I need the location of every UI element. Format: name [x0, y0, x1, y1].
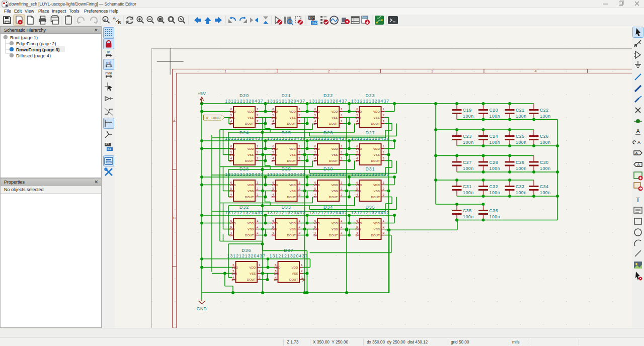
svg-text:DIN: DIN — [356, 153, 361, 156]
svg-text:1: 1 — [341, 145, 343, 148]
svg-text:C34: C34 — [540, 184, 549, 189]
svg-text:D20: D20 — [239, 93, 249, 98]
svg-text:VDD: VDD — [373, 222, 380, 225]
svg-text:DOUT: DOUT — [287, 196, 296, 199]
svg-text:2: 2 — [301, 270, 303, 273]
svg-text:VDD: VDD — [229, 110, 236, 113]
svg-text:BI: BI — [313, 234, 316, 237]
svg-text:VSS: VSS — [332, 228, 338, 231]
svg-text:C24: C24 — [490, 134, 499, 139]
svg-text:1: 1 — [257, 108, 259, 111]
svg-text:1312121320437: 1312121320437 — [225, 172, 263, 177]
svg-text:1312121320437: 1312121320437 — [309, 136, 347, 141]
svg-text:3: 3 — [299, 120, 301, 123]
svg-text:2: 2 — [383, 114, 385, 117]
svg-text:VSS: VSS — [332, 153, 338, 156]
svg-text:DOUT: DOUT — [245, 234, 254, 237]
svg-text:1: 1 — [341, 219, 343, 222]
svg-text:C25: C25 — [516, 134, 525, 139]
svg-text:D22: D22 — [324, 93, 333, 98]
svg-text:100n: 100n — [540, 114, 551, 119]
svg-text:2: 2 — [299, 187, 301, 190]
svg-text:DIN: DIN — [313, 228, 319, 231]
svg-text:100n: 100n — [490, 166, 501, 171]
svg-text:100n: 100n — [463, 114, 474, 119]
svg-text:DOUT: DOUT — [287, 234, 296, 237]
svg-text:VDD: VDD — [247, 110, 254, 113]
svg-text:DIN: DIN — [313, 153, 319, 156]
svg-text:VSS: VSS — [374, 116, 380, 119]
svg-text:1: 1 — [257, 145, 259, 148]
svg-text:C30: C30 — [540, 160, 549, 165]
svg-text:3: 3 — [299, 193, 301, 196]
svg-text:1: 1 — [341, 181, 343, 184]
svg-text:VSS: VSS — [292, 272, 298, 275]
svg-text:VDD: VDD — [272, 110, 278, 113]
svg-text:DOUT: DOUT — [329, 122, 338, 125]
svg-text:BI: BI — [272, 196, 275, 199]
svg-text:1: 1 — [299, 145, 301, 148]
svg-text:D21: D21 — [281, 93, 291, 98]
svg-text:VSS: VSS — [290, 153, 296, 156]
svg-text:1: 1 — [383, 219, 385, 222]
svg-text:2: 2 — [328, 69, 330, 73]
svg-text:100n: 100n — [490, 114, 501, 119]
svg-text:DIN: DIN — [272, 116, 277, 119]
svg-text:BI: BI — [229, 234, 232, 237]
svg-text:BI: BI — [356, 122, 359, 125]
svg-text:VDD: VDD — [331, 222, 338, 225]
svg-text:D31: D31 — [365, 166, 375, 171]
svg-text:mm: mm — [105, 71, 112, 75]
svg-text:VDD: VDD — [373, 184, 380, 187]
svg-text:C20: C20 — [490, 108, 499, 113]
svg-text:BI: BI — [356, 234, 359, 237]
svg-text:2: 2 — [257, 151, 259, 154]
svg-text:2: 2 — [257, 187, 259, 190]
svg-text:2: 2 — [341, 151, 343, 154]
svg-text:1312121320437: 1312121320437 — [351, 210, 389, 215]
svg-text:VSS: VSS — [374, 153, 380, 156]
svg-text:VDD: VDD — [289, 184, 296, 187]
svg-text:BI: BI — [232, 278, 235, 281]
svg-text:3: 3 — [341, 231, 343, 234]
svg-text:DIN: DIN — [274, 272, 280, 275]
svg-text:BI: BI — [272, 159, 275, 162]
svg-text:VDD: VDD — [272, 184, 278, 187]
svg-text:DOUT: DOUT — [371, 159, 380, 162]
svg-text:100n: 100n — [540, 190, 551, 195]
svg-text:100n: 100n — [540, 140, 551, 145]
svg-text:100n: 100n — [490, 140, 501, 145]
svg-text:1: 1 — [299, 219, 301, 222]
svg-text:VDD: VDD — [274, 266, 281, 269]
svg-text:VSS: VSS — [374, 190, 380, 193]
svg-text:GND: GND — [197, 306, 207, 311]
svg-text:D30: D30 — [324, 166, 333, 171]
svg-text:VSS: VSS — [248, 153, 254, 156]
svg-text:2: 2 — [257, 225, 259, 228]
svg-text:DIN: DIN — [229, 228, 235, 231]
svg-text:DIN: DIN — [229, 153, 235, 156]
svg-text:1312121320437: 1312121320437 — [267, 99, 305, 104]
svg-text:3: 3 — [259, 276, 261, 279]
svg-text:DIN: DIN — [272, 190, 277, 193]
svg-text:D36: D36 — [242, 248, 251, 253]
svg-text:BI: BI — [229, 159, 232, 162]
svg-text:1312121320437: 1312121320437 — [351, 99, 389, 104]
svg-text:VDD: VDD — [373, 110, 380, 113]
svg-text:3: 3 — [341, 157, 343, 160]
svg-text:1: 1 — [301, 264, 303, 267]
svg-text:1: 1 — [383, 108, 385, 111]
svg-text:VDD: VDD — [247, 184, 254, 187]
svg-text:DIN: DIN — [272, 153, 277, 156]
svg-text:VSS: VSS — [332, 116, 338, 119]
svg-text:2: 2 — [341, 225, 343, 228]
svg-text:BI: BI — [272, 122, 275, 125]
svg-text:R42: R42 — [312, 21, 318, 25]
svg-text:DIN: DIN — [313, 116, 319, 119]
svg-text:1: 1 — [299, 181, 301, 184]
svg-text:100n: 100n — [463, 214, 474, 219]
svg-text:D37: D37 — [284, 248, 293, 253]
svg-text:100n: 100n — [516, 190, 527, 195]
svg-text:BI: BI — [356, 159, 359, 162]
svg-text:VSS: VSS — [332, 190, 338, 193]
